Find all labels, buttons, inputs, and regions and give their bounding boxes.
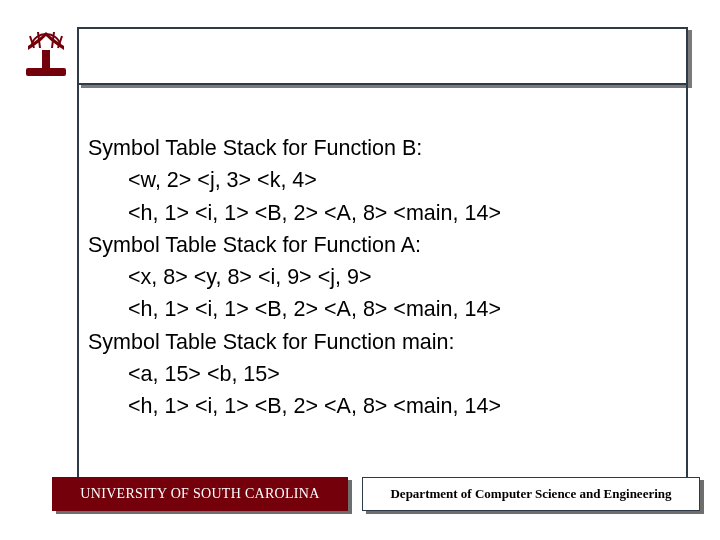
heading-function-main: Symbol Table Stack for Function main: [88,326,678,358]
footer-department: Department of Computer Science and Engin… [362,477,700,511]
b-entries-1: <w, 2> <j, 3> <k, 4> [88,164,678,196]
svg-rect-1 [42,50,50,68]
main-entries-1: <a, 15> <b, 15> [88,358,678,390]
slide-body: Symbol Table Stack for Function B: <w, 2… [88,132,678,422]
a-entries-2: <h, 1> <i, 1> <B, 2> <A, 8> <main, 14> [88,293,678,325]
a-entries-1: <x, 8> <y, 8> <i, 9> <j, 9> [88,261,678,293]
heading-function-a: Symbol Table Stack for Function A: [88,229,678,261]
content-border-right [686,85,688,480]
heading-function-b: Symbol Table Stack for Function B: [88,132,678,164]
footer-university: UNIVERSITY OF SOUTH CAROLINA [52,477,348,511]
svg-point-6 [36,68,56,76]
content-border-left [77,85,79,480]
main-entries-2: <h, 1> <i, 1> <B, 2> <A, 8> <main, 14> [88,390,678,422]
usc-logo-icon [20,28,72,80]
title-frame [77,27,688,85]
b-entries-2: <h, 1> <i, 1> <B, 2> <A, 8> <main, 14> [88,197,678,229]
slide: Symbol Table Stack for Function B: <w, 2… [0,0,720,540]
